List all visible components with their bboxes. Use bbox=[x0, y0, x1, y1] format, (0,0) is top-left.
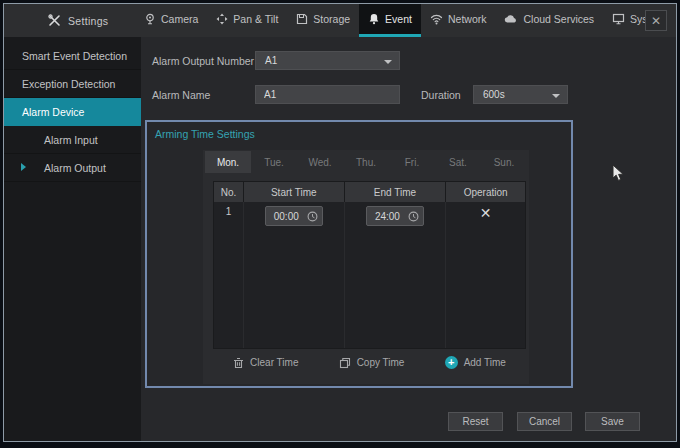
tab-label: Storage bbox=[313, 13, 350, 25]
tab-cloud-services[interactable]: Cloud Services bbox=[495, 4, 603, 37]
reset-button[interactable]: Reset bbox=[448, 412, 503, 431]
col-header-no: No. bbox=[214, 182, 244, 202]
save-button[interactable]: Save bbox=[585, 412, 640, 431]
main-content: Alarm Output Number A1 Alarm Name Durati… bbox=[141, 37, 676, 441]
window-title: Settings bbox=[68, 15, 108, 27]
sidebar-item-label: Alarm Input bbox=[44, 134, 98, 146]
sidebar-item-exception-detection[interactable]: Exception Detection bbox=[4, 70, 141, 98]
wrench-tools-icon bbox=[48, 14, 61, 27]
sidebar: Smart Event Detection Exception Detectio… bbox=[4, 37, 141, 441]
table-header-row: No. Start Time End Time Operation bbox=[214, 182, 525, 202]
settings-window: Settings Camera Pan bbox=[3, 3, 677, 442]
alarm-output-number-label: Alarm Output Number bbox=[152, 55, 254, 67]
tab-pan-tilt[interactable]: Pan & Tilt bbox=[207, 4, 287, 37]
event-bell-icon bbox=[368, 13, 380, 25]
sidebar-item-alarm-output[interactable]: Alarm Output bbox=[4, 154, 141, 182]
action-label: Add Time bbox=[464, 357, 506, 368]
expand-arrow-icon bbox=[21, 163, 26, 171]
sidebar-item-label: Alarm Output bbox=[44, 162, 106, 174]
add-time-button[interactable]: + Add Time bbox=[445, 356, 506, 369]
day-tab-wed[interactable]: Wed. bbox=[297, 151, 343, 173]
sidebar-item-alarm-input[interactable]: Alarm Input bbox=[4, 126, 141, 154]
sidebar-item-label: Exception Detection bbox=[22, 78, 115, 90]
clock-icon[interactable] bbox=[408, 211, 419, 222]
top-tabs: Camera Pan & Tilt Storage bbox=[135, 4, 674, 37]
alarm-output-number-dropdown[interactable]: A1 bbox=[255, 51, 400, 70]
sidebar-item-label: Alarm Device bbox=[22, 106, 84, 118]
tab-label: Network bbox=[448, 13, 487, 25]
tab-label: Cloud Services bbox=[523, 13, 594, 25]
add-circle-icon: + bbox=[445, 356, 458, 369]
dropdown-value: 600s bbox=[483, 89, 505, 100]
action-label: Copy Time bbox=[357, 357, 405, 368]
alarm-name-label: Alarm Name bbox=[152, 89, 210, 101]
day-tab-sat[interactable]: Sat. bbox=[435, 151, 481, 173]
chevron-down-icon bbox=[552, 94, 560, 98]
tab-label: Camera bbox=[161, 13, 198, 25]
table-row: 1 00:00 bbox=[214, 202, 525, 348]
close-icon: ✕ bbox=[651, 14, 661, 28]
operation-cell: ✕ bbox=[446, 202, 525, 348]
sidebar-item-alarm-device[interactable]: Alarm Device bbox=[4, 98, 141, 126]
col-header-operation: Operation bbox=[446, 182, 525, 202]
alarm-name-input[interactable] bbox=[255, 85, 400, 104]
camera-icon bbox=[144, 13, 156, 25]
arming-time-settings-panel: Arming Time Settings Mon. Tue. Wed. Thu.… bbox=[145, 120, 573, 388]
row-number-cell: 1 bbox=[214, 202, 244, 348]
system-monitor-icon bbox=[612, 13, 625, 25]
tab-label: Event bbox=[385, 13, 412, 25]
storage-disk-icon bbox=[296, 13, 308, 25]
settings-title-group: Settings bbox=[4, 4, 108, 37]
network-wifi-icon bbox=[430, 13, 443, 25]
mouse-cursor bbox=[612, 164, 625, 187]
end-time-input[interactable]: 24:00 bbox=[366, 206, 424, 226]
tab-storage[interactable]: Storage bbox=[287, 4, 359, 37]
col-header-start-time: Start Time bbox=[244, 182, 345, 202]
delete-row-icon[interactable]: ✕ bbox=[480, 206, 492, 220]
day-tab-fri[interactable]: Fri. bbox=[389, 151, 435, 173]
duration-dropdown[interactable]: 600s bbox=[473, 85, 568, 104]
cloud-icon bbox=[504, 13, 518, 25]
panel-actions: Clear Time Copy Time + Add Tim bbox=[213, 356, 526, 369]
arming-time-table: No. Start Time End Time Operation 1 00:0… bbox=[213, 181, 526, 349]
day-tab-sun[interactable]: Sun. bbox=[481, 151, 527, 173]
start-time-cell: 00:00 bbox=[244, 202, 345, 348]
clock-icon[interactable] bbox=[307, 211, 318, 222]
tab-camera[interactable]: Camera bbox=[135, 4, 207, 37]
end-time-cell: 24:00 bbox=[345, 202, 447, 348]
tab-event[interactable]: Event bbox=[359, 4, 421, 37]
tab-label: Pan & Tilt bbox=[233, 13, 278, 25]
duration-label: Duration bbox=[421, 89, 461, 101]
time-value: 24:00 bbox=[375, 211, 400, 222]
sidebar-item-label: Smart Event Detection bbox=[22, 50, 127, 62]
trash-icon bbox=[233, 357, 244, 369]
pan-tilt-arrows-icon bbox=[216, 13, 228, 25]
action-label: Clear Time bbox=[250, 357, 298, 368]
panel-title: Arming Time Settings bbox=[155, 128, 255, 140]
cancel-button[interactable]: Cancel bbox=[517, 412, 572, 431]
day-tabs: Mon. Tue. Wed. Thu. Fri. Sat. Sun. bbox=[205, 151, 527, 173]
clear-time-button[interactable]: Clear Time bbox=[233, 357, 298, 369]
col-header-end-time: End Time bbox=[345, 182, 447, 202]
arming-schedule-container: Mon. Tue. Wed. Thu. Fri. Sat. Sun. No. S… bbox=[203, 150, 529, 384]
dropdown-value: A1 bbox=[265, 55, 277, 66]
copy-time-button[interactable]: Copy Time bbox=[339, 357, 405, 369]
day-tab-tue[interactable]: Tue. bbox=[251, 151, 297, 173]
chevron-down-icon bbox=[384, 60, 392, 64]
time-value: 00:00 bbox=[274, 211, 299, 222]
tab-network[interactable]: Network bbox=[421, 4, 496, 37]
copy-icon bbox=[339, 357, 351, 369]
start-time-input[interactable]: 00:00 bbox=[265, 206, 323, 226]
close-button[interactable]: ✕ bbox=[645, 10, 667, 31]
top-bar: Settings Camera Pan bbox=[4, 4, 676, 37]
sidebar-item-smart-event-detection[interactable]: Smart Event Detection bbox=[4, 42, 141, 70]
day-tab-mon[interactable]: Mon. bbox=[205, 151, 251, 173]
day-tab-thu[interactable]: Thu. bbox=[343, 151, 389, 173]
